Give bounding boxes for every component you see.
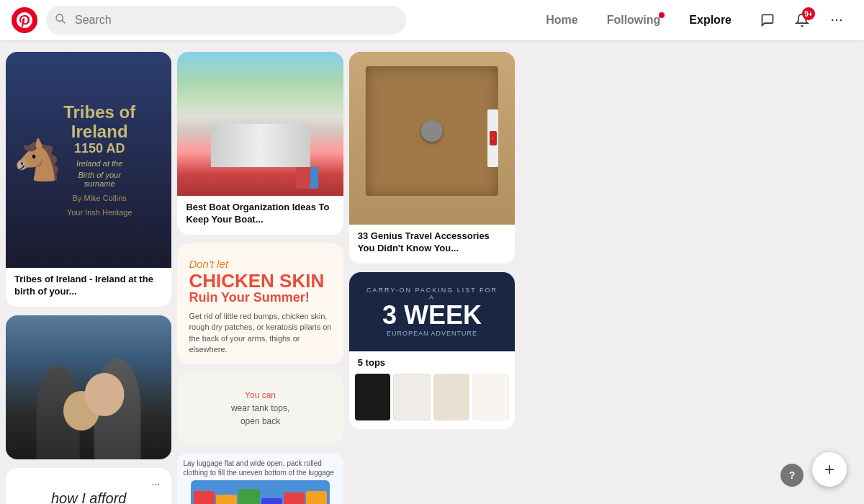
- svg-point-2: [840, 19, 842, 22]
- notification-badge: 9+: [802, 7, 815, 20]
- pin-card-boat[interactable]: Best Boat Organization Ideas To Keep You…: [177, 52, 343, 235]
- main-nav: Home Following Explore: [534, 8, 743, 32]
- tribes-year: 1150 AD: [63, 141, 135, 156]
- following-dot: [659, 12, 665, 18]
- chicken-line2: CHICKEN SKIN: [189, 271, 331, 290]
- nav-following[interactable]: Following: [595, 8, 672, 32]
- carryon-line3: EUROPEAN ADVENTURE: [364, 330, 500, 337]
- pin-card-selfie[interactable]: [6, 315, 171, 459]
- pin-card-chicken[interactable]: Don't let CHICKEN SKIN Ruin Your Summer!…: [177, 243, 343, 364]
- carryon-line2: 3 WEEK: [364, 302, 500, 328]
- tops-clothing: [349, 371, 515, 429]
- tribes-image: 🐴 Tribes of Ireland 1150 AD Ireland at t…: [6, 52, 171, 268]
- chicken-image: Don't let CHICKEN SKIN Ruin Your Summer!…: [177, 243, 343, 364]
- luggage-tip1: Lay luggage flat and wide open, pack rol…: [183, 459, 337, 477]
- pin-card-vacation[interactable]: how I afford amazing vacations on a supe…: [6, 468, 171, 504]
- nav-home[interactable]: Home: [534, 8, 589, 32]
- chicken-line3: Ruin Your Summer!: [189, 290, 331, 305]
- selfie-image: [6, 315, 171, 459]
- chicken-desc: Get rid of little red bumps, chicken ski…: [189, 311, 331, 356]
- boat-image: [177, 52, 343, 196]
- pin-title-travel-acc: 33 Genius Travel Accessories You Didn't …: [358, 230, 506, 255]
- chicken-line1: Don't let: [189, 258, 331, 270]
- create-fab[interactable]: +: [812, 452, 847, 487]
- vacation-line1: how I afford: [51, 490, 127, 504]
- help-button[interactable]: ?: [780, 464, 804, 487]
- tribes-title: Tribes of Ireland: [63, 103, 135, 141]
- pin-card-tribes[interactable]: 🐴 Tribes of Ireland 1150 AD Ireland at t…: [6, 52, 171, 307]
- header-icons: 9+: [752, 4, 852, 36]
- travel-acc-image: !: [349, 52, 515, 225]
- pin-options-button[interactable]: ···: [145, 474, 166, 494]
- main-content: 🐴 Tribes of Ireland 1150 AD Ireland at t…: [0, 0, 864, 504]
- tops-title: 5 tops: [349, 351, 515, 371]
- notifications-button[interactable]: 9+: [786, 4, 818, 36]
- pin-card-luggage[interactable]: Lay luggage flat and wide open, pack rol…: [177, 453, 343, 504]
- carryon-header: CARRY-ON PACKING LIST FOR A 3 WEEK EUROP…: [349, 272, 515, 351]
- pinterest-logo[interactable]: [12, 7, 37, 33]
- nav-explore[interactable]: Explore: [678, 8, 743, 32]
- messages-button[interactable]: [752, 4, 783, 36]
- pin-info-boat: Best Boat Organization Ideas To Keep You…: [177, 196, 343, 235]
- tribes-author: By Mike Collins: [63, 194, 135, 202]
- pin-card-carryon[interactable]: CARRY-ON PACKING LIST FOR A 3 WEEK EUROP…: [349, 272, 515, 429]
- pin-card-tank-tops[interactable]: You can wear tank tops, open back: [177, 372, 343, 444]
- svg-point-1: [836, 19, 838, 22]
- pin-info-travel-acc: 33 Genius Travel Accessories You Didn't …: [349, 225, 515, 264]
- search-icon: [55, 13, 66, 27]
- tank-tops-image: You can wear tank tops, open back: [177, 372, 343, 444]
- pin-info-tribes: Tribes of Ireland - Ireland at the birth…: [6, 268, 171, 307]
- carryon-line1: CARRY-ON PACKING LIST FOR A: [364, 287, 500, 301]
- pin-grid: 🐴 Tribes of Ireland 1150 AD Ireland at t…: [0, 52, 864, 504]
- pin-title-boat: Best Boat Organization Ideas To Keep You…: [186, 202, 334, 226]
- tribes-heritage: Your Irish Heritage: [63, 208, 135, 217]
- svg-point-0: [832, 19, 834, 22]
- search-bar[interactable]: [46, 6, 406, 35]
- luggage-section-1: Lay luggage flat and wide open, pack rol…: [177, 453, 343, 504]
- pin-title-tribes: Tribes of Ireland - Ireland at the birth…: [14, 274, 163, 298]
- more-options-button[interactable]: [821, 4, 852, 36]
- tribes-sub2: Birth of your surname: [63, 171, 135, 188]
- search-input[interactable]: [46, 6, 406, 35]
- pin-card-travel-acc[interactable]: ! 33 Genius Travel Accessories You Didn'…: [349, 52, 515, 264]
- header: Home Following Explore 9+: [0, 0, 864, 40]
- tribes-sub: Ireland at the: [63, 159, 135, 168]
